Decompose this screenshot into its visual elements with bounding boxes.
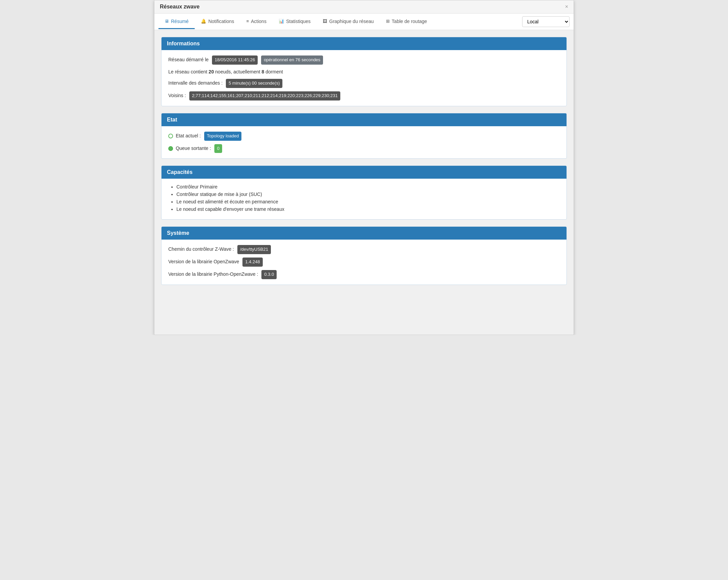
voisins-badge: 2;77;114;142;155;161;207;210;211;212;214… xyxy=(189,91,340,101)
title-bar: Réseaux zwave × xyxy=(154,0,574,14)
capacites-list: Contrôleur Primaire Contrôleur statique … xyxy=(168,184,560,212)
start-label: Réseau démarré le xyxy=(168,57,209,62)
capacites-section: Capacités Contrôleur Primaire Contrôleur… xyxy=(161,165,567,220)
tabs-bar: 🖥 Résumé 🔔 Notifications ≡ Actions 📊 Sta… xyxy=(154,14,574,30)
interval-badge: 5 minute(s) 00 seconde(s) xyxy=(226,79,282,88)
list-item: Le noeud est alimenté et écoute en perma… xyxy=(176,199,560,204)
python-badge: 0.3.0 xyxy=(261,270,277,279)
operational-badge: opérationnel en 76 secondes xyxy=(261,55,323,65)
informations-body: Réseau démarré le 18/05/2016 11:45:26 op… xyxy=(162,50,566,106)
nodes-line: Le réseau contient 20 noeuds, actuelleme… xyxy=(168,68,560,75)
table-icon: ⊞ xyxy=(386,19,390,24)
main-window: Réseaux zwave × 🖥 Résumé 🔔 Notifications… xyxy=(154,0,574,335)
etat-body: Etat actuel : Topology loaded Queue sort… xyxy=(162,126,566,159)
window-title: Réseaux zwave xyxy=(160,4,199,10)
python-label: Version de la librairie Python-OpenZwave… xyxy=(168,271,258,277)
notifications-icon: 🔔 xyxy=(201,19,206,24)
tab-table[interactable]: ⊞ Table de routage xyxy=(380,15,433,29)
actions-icon: ≡ xyxy=(246,19,249,24)
queue-badge: 0 xyxy=(214,144,222,153)
systeme-body: Chemin du contrôleur Z-Wave : /dev/ttyUS… xyxy=(162,240,566,284)
queue-status-icon xyxy=(168,146,173,151)
nodes-mid: noeuds, actuellement xyxy=(215,69,260,74)
tab-resume[interactable]: 🖥 Résumé xyxy=(158,15,195,29)
queue-line: Queue sortante : 0 xyxy=(168,144,560,153)
tab-notifications[interactable]: 🔔 Notifications xyxy=(195,15,240,29)
informations-header: Informations xyxy=(162,37,566,50)
controller-label: Chemin du contrôleur Z-Wave : xyxy=(168,246,234,252)
informations-section: Informations Réseau démarré le 18/05/201… xyxy=(161,37,567,106)
etat-header: Etat xyxy=(162,113,566,126)
nodes-suffix: dorment xyxy=(265,69,283,74)
voisins-label: Voisins : xyxy=(168,93,186,98)
interval-line: Intervalle des demandes : 5 minute(s) 00… xyxy=(168,79,560,88)
python-line: Version de la librairie Python-OpenZwave… xyxy=(168,270,560,279)
capacites-title: Capacités xyxy=(167,169,193,175)
systeme-title: Système xyxy=(167,230,189,236)
list-item: Contrôleur statique de mise à jour (SUC) xyxy=(176,192,560,197)
actuel-status-icon xyxy=(168,134,173,138)
start-line: Réseau démarré le 18/05/2016 11:45:26 op… xyxy=(168,55,560,65)
tab-notifications-label: Notifications xyxy=(208,19,234,24)
voisins-line: Voisins : 2;77;114;142;155;161;207;210;2… xyxy=(168,91,560,101)
capacites-header: Capacités xyxy=(162,166,566,179)
capacites-body: Contrôleur Primaire Contrôleur statique … xyxy=(162,179,566,219)
tab-statistiques-label: Statistiques xyxy=(286,19,311,24)
openzwave-label: Version de la librairie OpenZwave xyxy=(168,259,239,264)
tab-graphique-label: Graphique du réseau xyxy=(329,19,374,24)
graphique-icon: 🖼 xyxy=(323,19,327,24)
interval-label: Intervalle des demandes : xyxy=(168,80,222,86)
informations-title: Informations xyxy=(167,41,200,46)
actuel-badge: Topology loaded xyxy=(204,132,242,141)
nodes-prefix: Le réseau contient xyxy=(168,69,207,74)
controller-badge: /dev/ttyUSB21 xyxy=(237,245,271,254)
etat-section: Etat Etat actuel : Topology loaded Queue… xyxy=(161,113,567,159)
openzwave-line: Version de la librairie OpenZwave 1.4.24… xyxy=(168,258,560,267)
actuel-line: Etat actuel : Topology loaded xyxy=(168,132,560,141)
queue-label: Queue sortante : xyxy=(176,146,211,151)
openzwave-badge: 1.4.248 xyxy=(242,258,262,267)
controller-line: Chemin du contrôleur Z-Wave : /dev/ttyUS… xyxy=(168,245,560,254)
tab-resume-label: Résumé xyxy=(171,19,189,24)
systeme-header: Système xyxy=(162,227,566,240)
statistiques-icon: 📊 xyxy=(279,19,284,24)
main-content: Informations Réseau démarré le 18/05/201… xyxy=(154,30,574,335)
list-item: Contrôleur Primaire xyxy=(176,184,560,189)
tab-statistiques[interactable]: 📊 Statistiques xyxy=(273,15,317,29)
actuel-label: Etat actuel : xyxy=(176,133,201,138)
tab-graphique[interactable]: 🖼 Graphique du réseau xyxy=(317,15,380,29)
tab-actions[interactable]: ≡ Actions xyxy=(240,15,273,29)
close-button[interactable]: × xyxy=(565,4,568,9)
list-item: Le noeud est capable d'envoyer une trame… xyxy=(176,206,560,212)
resume-icon: 🖥 xyxy=(165,19,169,24)
tab-actions-label: Actions xyxy=(251,19,266,24)
tab-table-label: Table de routage xyxy=(392,19,427,24)
systeme-section: Système Chemin du contrôleur Z-Wave : /d… xyxy=(161,226,567,285)
nodes-count: 20 xyxy=(209,69,214,74)
start-date-badge: 18/05/2016 11:45:26 xyxy=(212,55,258,65)
network-selector[interactable]: Local xyxy=(522,16,570,27)
etat-title: Etat xyxy=(167,117,177,122)
